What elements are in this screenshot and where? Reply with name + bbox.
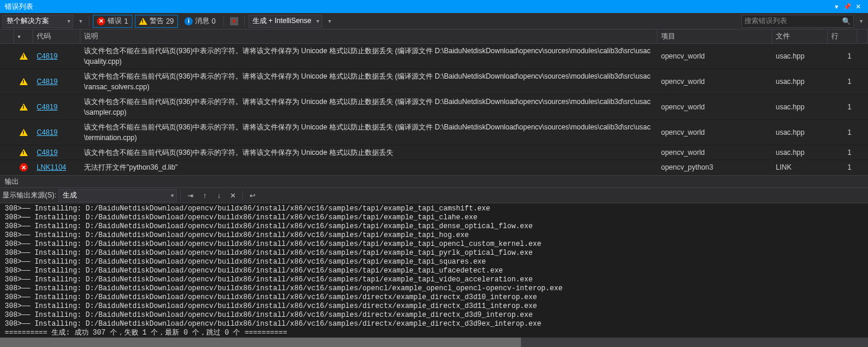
error-line: 1	[828, 148, 857, 157]
clear-filter-button[interactable]	[228, 15, 241, 28]
error-list-toolbar: 整个解决方案 ▾ ✕ 错误 1 警告 29 i 消息 0 生成 + Intell…	[0, 13, 868, 30]
error-code-link[interactable]: C4819	[37, 128, 57, 137]
scope-combo-arrow[interactable]: ▾	[76, 15, 85, 28]
table-row[interactable]: C4819该文件包含不能在当前代码页(936)中表示的字符。请将该文件保存为 U…	[0, 120, 868, 145]
output-title-bar: 输出	[0, 175, 868, 188]
error-project: opencv_world	[658, 77, 772, 86]
close-button[interactable]: ✕	[853, 3, 863, 11]
error-line: 1	[828, 52, 857, 60]
error-file: usac.hpp	[772, 103, 828, 111]
error-description: 该文件包含不能在当前代码页(936)中表示的字符。请将该文件保存为 Unicod…	[80, 147, 658, 158]
messages-filter-button[interactable]: i 消息 0	[180, 15, 220, 28]
error-description: 该文件包含不能在当前代码页(936)中表示的字符。请将该文件保存为 Unicod…	[80, 96, 658, 118]
error-list-body: C4819该文件包含不能在当前代码页(936)中表示的字符。请将该文件保存为 U…	[0, 44, 868, 175]
error-project: opencv_world	[658, 128, 772, 137]
search-icon: 🔍	[842, 17, 851, 25]
error-description: 该文件包含不能在当前代码页(936)中表示的字符。请将该文件保存为 Unicod…	[80, 122, 658, 143]
search-placeholder: 搜索错误列表	[744, 16, 787, 26]
error-code-link[interactable]: C4819	[37, 52, 57, 60]
error-description: 无法打开文件"python36_d.lib"	[80, 162, 658, 173]
error-line: 1	[828, 128, 857, 137]
scope-combo[interactable]: 整个解决方案	[2, 15, 73, 28]
table-row[interactable]: C4819该文件包含不能在当前代码页(936)中表示的字符。请将该文件保存为 U…	[0, 44, 868, 69]
prev-message-button[interactable]: ↑	[199, 190, 210, 202]
col-line[interactable]: 行	[828, 30, 857, 43]
clear-output-button[interactable]: ✕	[227, 190, 239, 202]
error-code-link[interactable]: C4819	[37, 77, 57, 86]
col-file[interactable]: 文件	[772, 30, 828, 43]
error-list-header: ▾ 代码 说明 项目 文件 行	[0, 30, 868, 44]
toggle-wrap-button[interactable]: ↩	[247, 190, 258, 202]
window-menu-button[interactable]: ▾	[831, 3, 842, 11]
errors-filter-button[interactable]: ✕ 错误 1	[93, 15, 132, 28]
error-line: 1	[828, 77, 857, 86]
error-icon: ✕	[97, 17, 105, 25]
build-source-combo-arrow[interactable]: ▾	[325, 15, 334, 28]
info-icon: i	[184, 17, 193, 25]
col-description[interactable]: 说明	[80, 30, 658, 43]
error-file: usac.hpp	[772, 148, 828, 157]
error-code-link[interactable]: C4819	[37, 103, 57, 111]
col-project[interactable]: 项目	[658, 30, 772, 43]
table-row[interactable]: C4819该文件包含不能在当前代码页(936)中表示的字符。请将该文件保存为 U…	[0, 69, 868, 95]
error-file: LINK	[772, 163, 828, 171]
pin-button[interactable]: 📌	[842, 3, 853, 11]
table-row[interactable]: ✕LNK1104无法打开文件"python36_d.lib"opencv_pyt…	[0, 160, 868, 175]
col-severity[interactable]: ▾	[14, 30, 33, 43]
table-row[interactable]: C4819该文件包含不能在当前代码页(936)中表示的字符。请将该文件保存为 U…	[0, 95, 868, 120]
clear-filter-icon	[230, 17, 238, 25]
error-list-title: 错误列表	[5, 2, 33, 12]
error-project: opencv_python3	[658, 163, 772, 171]
separator-icon	[244, 16, 245, 27]
error-project: opencv_world	[658, 52, 772, 60]
scrollbar-thumb[interactable]	[0, 338, 521, 347]
error-project: opencv_world	[658, 103, 772, 111]
separator-icon	[89, 16, 89, 27]
error-file: usac.hpp	[772, 128, 828, 137]
search-dropdown-arrow[interactable]: ▾	[856, 15, 866, 28]
warning-icon	[14, 147, 33, 158]
warning-icon	[139, 18, 147, 25]
output-source-label: 显示输出来源(S):	[2, 190, 56, 200]
build-source-combo[interactable]: 生成 + IntelliSense	[248, 15, 323, 28]
separator-icon	[242, 190, 243, 201]
next-message-button[interactable]: ↓	[213, 190, 225, 202]
output-source-combo[interactable]: 生成	[59, 189, 177, 202]
error-line: 1	[828, 163, 857, 171]
error-code-link[interactable]: LNK1104	[37, 163, 66, 171]
output-toolbar: 显示输出来源(S): 生成 ⇥ ↑ ↓ ✕ ↩	[0, 188, 868, 203]
col-suppress[interactable]	[857, 30, 868, 43]
error-list-title-bar: 错误列表 ▾ 📌 ✕	[0, 0, 868, 13]
warnings-filter-button[interactable]: 警告 29	[135, 15, 178, 28]
warning-icon	[14, 96, 33, 118]
col-code[interactable]: 代码	[33, 30, 80, 43]
output-title: 输出	[5, 177, 19, 187]
warning-icon	[14, 122, 33, 143]
warning-icon	[14, 71, 33, 92]
error-description: 该文件包含不能在当前代码页(936)中表示的字符。请将该文件保存为 Unicod…	[80, 46, 658, 67]
separator-icon	[180, 190, 181, 201]
error-description: 该文件包含不能在当前代码页(936)中表示的字符。请将该文件保存为 Unicod…	[80, 71, 658, 92]
error-file: usac.hpp	[772, 52, 828, 60]
table-row[interactable]: C4819该文件包含不能在当前代码页(936)中表示的字符。请将该文件保存为 U…	[0, 145, 868, 160]
separator-icon	[224, 16, 224, 27]
col-blank[interactable]	[0, 30, 14, 43]
error-file: usac.hpp	[772, 77, 828, 86]
error-icon: ✕	[14, 162, 33, 173]
error-project: opencv_world	[658, 148, 772, 157]
search-input[interactable]: 搜索错误列表 🔍	[741, 15, 854, 28]
error-code-link[interactable]: C4819	[37, 148, 57, 157]
output-text[interactable]: 308>—— Installing: D:/BaiduNetdiskDownlo…	[0, 203, 868, 338]
find-message-button[interactable]: ⇥	[184, 190, 196, 202]
error-line: 1	[828, 103, 857, 111]
horizontal-scrollbar[interactable]	[0, 338, 868, 347]
warning-icon	[14, 46, 33, 67]
